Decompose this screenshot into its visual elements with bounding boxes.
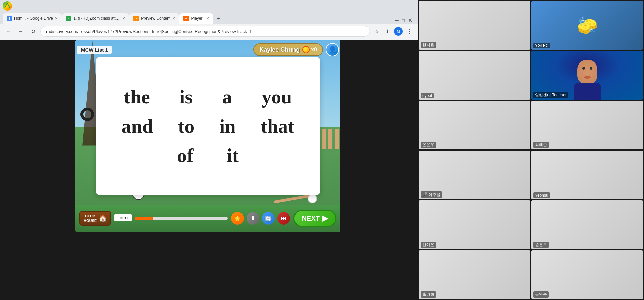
participant-7: 🎤 이주율 (419, 151, 530, 199)
svg-point-1 (6, 5, 8, 7)
participant-label-1: 한지율 (421, 42, 436, 48)
participant-label-8: Yeonsu (533, 192, 550, 198)
address-icons: ☆ ⬇ M ⋮ (373, 27, 414, 36)
mcw-title-badge: MCW List 1 (77, 46, 112, 54)
tab-home-close[interactable]: × (55, 16, 58, 21)
participant-6: 최예준 (531, 101, 643, 149)
title-bar (0, 0, 418, 12)
word-is[interactable]: is (179, 86, 193, 108)
progress-bar (135, 217, 228, 220)
word-row-1: the is a you (109, 86, 307, 108)
participant-label-11: 홀라회 (421, 291, 436, 298)
tab-preview-label: Preview Content (141, 16, 170, 21)
word-a[interactable]: a (222, 86, 232, 108)
video-placeholder-8 (531, 151, 643, 199)
participant-hanjiyul: 한지율 (419, 1, 530, 50)
club-house-label-line1: CLUB (84, 214, 97, 218)
tab-home-label: Hom... - Google Drive (14, 16, 53, 21)
club-house-button[interactable]: CLUB HOUSE 🏠 (79, 211, 111, 226)
player-avatar: 👤 (326, 43, 339, 56)
download-icon[interactable]: ⬇ (383, 27, 391, 35)
refresh-button[interactable]: ↻ (28, 27, 38, 36)
tire-swing (80, 81, 97, 121)
word-the[interactable]: the (124, 86, 150, 108)
word-in[interactable]: in (219, 115, 235, 137)
word-to[interactable]: to (178, 115, 194, 137)
participant-label-7: 🎤 이주율 (421, 191, 442, 198)
word-that[interactable]: that (261, 115, 294, 137)
participant-label-5: 온윤우 (421, 142, 436, 148)
spongebob-video: 🧽 (531, 1, 643, 50)
url-text: rhdiscovery.com/Lesson/Player/177?Previe… (46, 29, 252, 34)
participant-yglec: 🧽 YGLEC (531, 1, 643, 50)
word-you[interactable]: you (262, 86, 292, 108)
coin-display: x0 (302, 46, 317, 53)
video-placeholder-3 (419, 51, 530, 99)
coin-icon (302, 46, 310, 53)
word-row-2: and to in that (109, 115, 307, 137)
participant-label-6: 최예준 (533, 142, 549, 148)
coin-count: x0 (311, 47, 317, 53)
game-header: MCW List 1 Kaylee Chung x0 👤 (77, 43, 339, 56)
house-icon: 🏠 (99, 214, 107, 223)
participant-label-2: YGLEC (533, 43, 550, 48)
next-button[interactable]: NEXT ▶ (293, 210, 336, 227)
forward-button[interactable]: → (16, 27, 25, 36)
close-window-button[interactable]: ✕ (408, 17, 412, 24)
tab-preview[interactable]: P Preview Content × (129, 13, 179, 24)
participant-12: 유연준 (531, 250, 643, 299)
minimize-button[interactable]: ─ (395, 18, 399, 23)
new-tab-button[interactable]: + (213, 14, 223, 24)
progress-section-label: Intro (114, 214, 132, 221)
tab-preview-close[interactable]: × (172, 16, 175, 21)
participant-teacher: 열린센터 Teacher (531, 51, 643, 99)
browser-menu-button[interactable]: ⋮ (406, 27, 414, 35)
star-button[interactable]: ⭐ (231, 212, 244, 225)
player-name: Kaylee Chung (259, 46, 300, 53)
tab-player-close[interactable]: × (206, 16, 209, 21)
participant-5: 온윤우 (419, 101, 530, 149)
browser-chrome: Hom... - Google Drive × Z 1. (RHD)Zoom c… (0, 0, 418, 40)
participant-label-3: gyeol (421, 93, 434, 98)
word-row-3: of it (109, 144, 307, 167)
game-controls-bar: CLUB HOUSE 🏠 Intro ⭐ ⏸ 🔄 ⏮ NEXT ▶ (75, 205, 340, 232)
loop-button[interactable]: 🔄 (262, 212, 275, 225)
participant-11: 홀라회 (419, 250, 530, 299)
participant-8: Yeonsu (531, 151, 643, 199)
tab-player-label: Player (191, 16, 204, 21)
participant-label-4: 열린센터 Teacher (533, 92, 568, 98)
game-area: 🌸 MCW List 1 Kaylee Chung x0 👤 the (75, 40, 340, 232)
word-it[interactable]: it (227, 144, 238, 167)
back-button[interactable]: ← (4, 27, 13, 36)
tab-zoom[interactable]: Z 1. (RHD)Zoom class attendanc... × (62, 13, 129, 24)
participants-sidebar: 한지율 🧽 YGLEC gyeol 열린센터 Teacher (418, 0, 644, 300)
club-house-label-line2: HOUSE (84, 218, 97, 223)
progress-area: Intro (114, 214, 228, 223)
address-input[interactable]: rhdiscovery.com/Lesson/Player/177?Previe… (40, 26, 370, 37)
words-container: the is a you and to in that of it (96, 79, 320, 173)
bat-decoration (273, 197, 314, 200)
word-of[interactable]: of (177, 144, 193, 167)
participant-gyeol: gyeol (419, 51, 530, 99)
tab-player[interactable]: P Player × (179, 13, 213, 24)
word-and[interactable]: and (121, 115, 153, 137)
participant-9: 신예은 (419, 200, 530, 249)
participant-label-12: 유연준 (533, 291, 549, 298)
profile-button[interactable]: M (394, 27, 403, 36)
tab-home[interactable]: Hom... - Google Drive × (3, 13, 62, 24)
media-controls: ⭐ ⏸ 🔄 ⏮ (231, 212, 290, 225)
participant-label-10: 원은호 (533, 242, 549, 248)
tabs-bar: Hom... - Google Drive × Z 1. (RHD)Zoom c… (0, 12, 418, 24)
progress-fill (135, 217, 153, 220)
participant-10: 원은호 (531, 200, 643, 249)
maximize-button[interactable]: □ (402, 18, 405, 23)
back-to-start-button[interactable]: ⏮ (277, 212, 290, 225)
tab-zoom-label: 1. (RHD)Zoom class attendanc... (73, 16, 120, 21)
next-button-label: NEXT (302, 215, 320, 222)
player-info-badge: Kaylee Chung x0 (253, 43, 323, 56)
next-arrow-icon: ▶ (322, 214, 328, 223)
pause-button[interactable]: ⏸ (247, 212, 259, 225)
address-bar: ← → ↻ rhdiscovery.com/Lesson/Player/177?… (0, 24, 418, 39)
bookmark-icon[interactable]: ☆ (373, 27, 381, 35)
tab-zoom-close[interactable]: × (122, 16, 125, 21)
